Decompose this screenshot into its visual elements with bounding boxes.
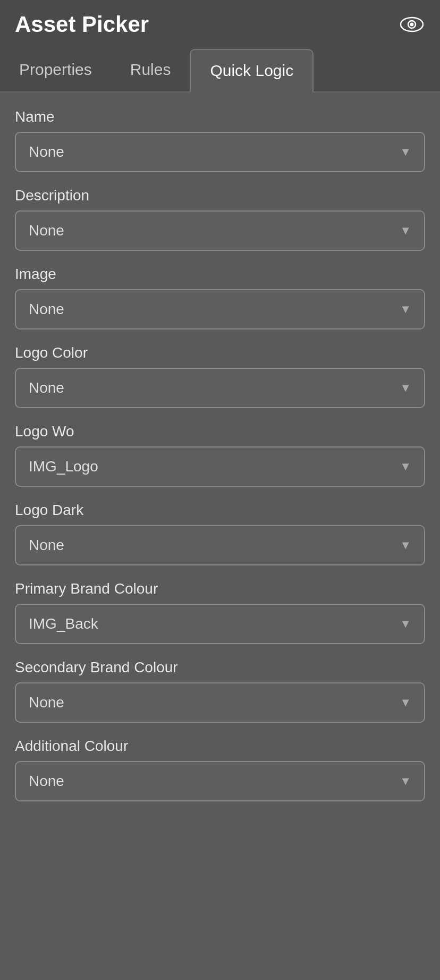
dropdown-logo-wo-value: IMG_Logo [29, 458, 98, 475]
label-logo-color: Logo Color [15, 344, 425, 361]
label-description: Description [15, 187, 425, 204]
dropdown-additional-colour-value: None [29, 773, 64, 790]
dropdown-logo-color-arrow: ▼ [400, 381, 411, 395]
field-group-logo-color: Logo Color None ▼ [15, 344, 425, 408]
label-logo-wo: Logo Wo [15, 423, 425, 440]
label-logo-dark: Logo Dark [15, 502, 425, 519]
field-group-additional-colour: Additional Colour None ▼ [15, 738, 425, 801]
svg-point-2 [410, 23, 414, 27]
label-secondary-brand-colour: Secondary Brand Colour [15, 659, 425, 676]
dropdown-logo-color[interactable]: None ▼ [15, 368, 425, 408]
dropdown-primary-brand-colour-arrow: ▼ [400, 617, 411, 631]
dropdown-image-value: None [29, 301, 64, 318]
header: Asset Picker [0, 0, 440, 49]
dropdown-name[interactable]: None ▼ [15, 132, 425, 172]
dropdown-name-arrow: ▼ [400, 145, 411, 159]
field-group-primary-brand-colour: Primary Brand Colour IMG_Back ▼ [15, 580, 425, 644]
tab-quick-logic[interactable]: Quick Logic [190, 49, 314, 92]
dropdown-description-arrow: ▼ [400, 224, 411, 238]
field-group-image: Image None ▼ [15, 266, 425, 330]
tab-properties[interactable]: Properties [0, 49, 111, 92]
tab-rules[interactable]: Rules [111, 49, 190, 92]
dropdown-image[interactable]: None ▼ [15, 289, 425, 330]
dropdown-description-value: None [29, 222, 64, 239]
field-group-logo-wo: Logo Wo IMG_Logo ▼ [15, 423, 425, 487]
label-image: Image [15, 266, 425, 283]
dropdown-secondary-brand-colour[interactable]: None ▼ [15, 682, 425, 723]
content-area: Name None ▼ Description None ▼ Image Non… [0, 92, 440, 980]
dropdown-logo-dark-arrow: ▼ [400, 538, 411, 552]
label-additional-colour: Additional Colour [15, 738, 425, 755]
label-name: Name [15, 108, 425, 125]
dropdown-description[interactable]: None ▼ [15, 210, 425, 251]
label-primary-brand-colour: Primary Brand Colour [15, 580, 425, 597]
dropdown-image-arrow: ▼ [400, 302, 411, 316]
dropdown-additional-colour-arrow: ▼ [400, 774, 411, 788]
field-group-logo-dark: Logo Dark None ▼ [15, 502, 425, 565]
eye-icon[interactable] [399, 15, 425, 34]
dropdown-logo-dark[interactable]: None ▼ [15, 525, 425, 565]
tabs-container: Properties Rules Quick Logic [0, 49, 440, 92]
dropdown-logo-wo-arrow: ▼ [400, 460, 411, 474]
dropdown-logo-color-value: None [29, 379, 64, 396]
field-group-secondary-brand-colour: Secondary Brand Colour None ▼ [15, 659, 425, 723]
app-container: Asset Picker Properties Rules Quick Logi… [0, 0, 440, 980]
page-title: Asset Picker [15, 12, 149, 37]
dropdown-logo-wo[interactable]: IMG_Logo ▼ [15, 446, 425, 487]
dropdown-primary-brand-colour-value: IMG_Back [29, 615, 98, 632]
dropdown-secondary-brand-colour-arrow: ▼ [400, 696, 411, 709]
field-group-description: Description None ▼ [15, 187, 425, 251]
dropdown-primary-brand-colour[interactable]: IMG_Back ▼ [15, 604, 425, 644]
dropdown-additional-colour[interactable]: None ▼ [15, 761, 425, 801]
field-group-name: Name None ▼ [15, 108, 425, 172]
dropdown-name-value: None [29, 143, 64, 160]
dropdown-secondary-brand-colour-value: None [29, 694, 64, 711]
dropdown-logo-dark-value: None [29, 537, 64, 554]
